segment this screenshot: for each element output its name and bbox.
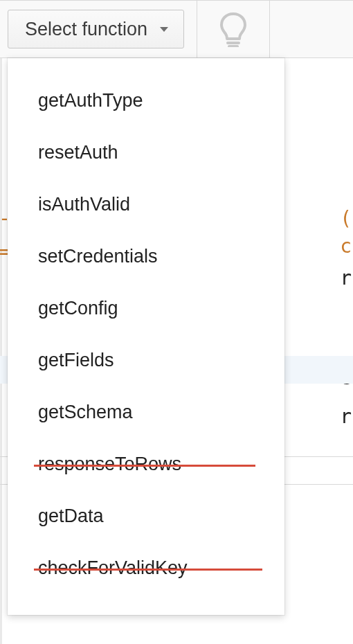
dropdown-caret-icon bbox=[160, 27, 168, 32]
lightbulb-icon[interactable] bbox=[218, 11, 248, 47]
strike-annotation bbox=[34, 465, 255, 467]
menu-item-responseToRows[interactable]: responseToRows bbox=[8, 438, 284, 490]
menu-item-label: getSchema bbox=[38, 402, 133, 422]
menu-item-label: checkForValidKey bbox=[38, 557, 188, 578]
code-fragment: e bbox=[340, 366, 352, 391]
menu-item-getSchema[interactable]: getSchema bbox=[8, 386, 284, 438]
menu-item-checkForValidKey[interactable]: checkForValidKey bbox=[8, 542, 284, 594]
function-dropdown: getAuthTyperesetAuthisAuthValidsetCreden… bbox=[8, 58, 284, 615]
toolbar: Select function bbox=[0, 0, 353, 58]
select-function-button[interactable]: Select function bbox=[8, 10, 184, 48]
code-fragment: c bbox=[340, 234, 352, 259]
code-fragment: r bbox=[340, 404, 352, 429]
menu-item-label: getAuthType bbox=[38, 90, 143, 111]
menu-item-label: setCredentials bbox=[38, 246, 158, 267]
menu-item-label: resetAuth bbox=[38, 142, 118, 163]
menu-item-getFields[interactable]: getFields bbox=[8, 334, 284, 386]
menu-item-resetAuth[interactable]: resetAuth bbox=[8, 127, 284, 179]
menu-item-getData[interactable]: getData bbox=[8, 490, 284, 542]
select-function-cell: Select function bbox=[0, 1, 197, 57]
select-function-label: Select function bbox=[25, 19, 147, 40]
menu-item-getConfig[interactable]: getConfig bbox=[8, 283, 284, 334]
menu-item-label: responseToRows bbox=[38, 454, 181, 474]
menu-item-label: getData bbox=[38, 506, 104, 526]
strike-annotation bbox=[34, 569, 262, 571]
code-fragment: ( bbox=[340, 206, 352, 231]
menu-item-label: isAuthValid bbox=[38, 194, 130, 215]
toolbar-divider bbox=[269, 1, 270, 57]
hint-cell bbox=[197, 1, 269, 57]
menu-item-isAuthValid[interactable]: isAuthValid bbox=[8, 179, 284, 231]
menu-item-label: getConfig bbox=[38, 298, 118, 319]
menu-item-getAuthType[interactable]: getAuthType bbox=[8, 75, 284, 127]
menu-item-label: getFields bbox=[38, 350, 114, 370]
code-fragment: r bbox=[340, 266, 352, 291]
menu-item-setCredentials[interactable]: setCredentials bbox=[8, 231, 284, 283]
